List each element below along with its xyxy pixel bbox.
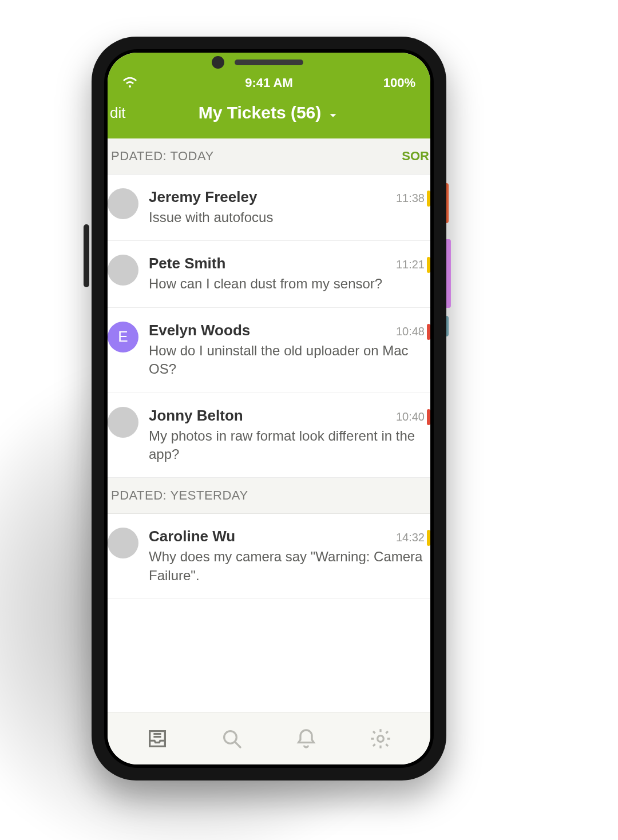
ticket-body: Evelyn Woods10:48How do I uninstall the …: [149, 322, 425, 379]
wifi-icon: [122, 77, 137, 89]
tab-notifications[interactable]: [295, 727, 318, 750]
tab-bar: [108, 712, 430, 764]
phone-frame: 9:41 AM 100% dit My Tickets (56): [92, 37, 446, 780]
section-label: PDATED: TODAY: [111, 149, 214, 164]
status-indicator: [427, 191, 430, 207]
ticket-time: 10:40: [396, 410, 425, 423]
tab-search[interactable]: [220, 727, 243, 750]
ticket-time: 10:48: [396, 325, 425, 338]
avatar: [108, 255, 138, 286]
ticket-subject: Issue with autofocus: [149, 208, 425, 227]
status-bar: 9:41 AM 100%: [108, 73, 430, 92]
avatar: [108, 407, 138, 438]
svg-line-1: [236, 742, 240, 747]
ticket-row[interactable]: EEvelyn Woods10:48How do I uninstall the…: [108, 308, 430, 393]
status-indicator: [427, 257, 430, 273]
sort-button[interactable]: SOR: [402, 149, 430, 164]
status-indicator: [427, 530, 430, 546]
phone-side-button-left: [84, 224, 89, 287]
ticket-subject: How can I clean dust from my sensor?: [149, 275, 425, 293]
avatar: [108, 528, 138, 558]
ticket-body: Jeremy Freeley11:38Issue with autofocus: [149, 188, 425, 227]
avatar: [108, 188, 138, 219]
ticket-body: Jonny Belton10:40My photos in raw format…: [149, 407, 425, 464]
status-indicator: [427, 324, 430, 340]
ticket-time: 11:21: [396, 258, 425, 271]
ticket-row[interactable]: Pete Smith11:21How can I clean dust from…: [108, 241, 430, 307]
phone-camera-dot: [212, 56, 224, 69]
svg-point-0: [224, 731, 237, 743]
ticket-body: Caroline Wu14:32Why does my camera say "…: [149, 528, 425, 585]
ticket-name: Caroline Wu: [149, 528, 235, 545]
ticket-subject: My photos in raw format look different i…: [149, 427, 425, 464]
ticket-name: Jeremy Freeley: [149, 188, 257, 206]
view-switcher[interactable]: My Tickets (56): [199, 103, 340, 122]
ticket-subject: Why does my camera say "Warning: Camera …: [149, 548, 425, 585]
avatar: E: [108, 322, 138, 352]
ticket-body: Pete Smith11:21How can I clean dust from…: [149, 255, 425, 293]
ticket-row[interactable]: Caroline Wu14:32Why does my camera say "…: [108, 514, 430, 599]
ticket-list[interactable]: Jeremy Freeley11:38Issue with autofocusP…: [108, 175, 430, 712]
section-header-yesterday: PDATED: YESTERDAY: [108, 478, 430, 514]
status-indicator: [427, 409, 430, 425]
page-title: My Tickets (56): [199, 103, 322, 122]
svg-point-2: [378, 735, 384, 742]
tab-settings[interactable]: [369, 727, 392, 750]
ticket-time: 14:32: [396, 531, 425, 544]
status-battery: 100%: [383, 76, 415, 90]
screen: 9:41 AM 100% dit My Tickets (56): [108, 53, 430, 764]
section-header-today: PDATED: TODAY SOR: [108, 138, 430, 175]
ticket-row[interactable]: Jeremy Freeley11:38Issue with autofocus: [108, 175, 430, 241]
chevron-down-icon: [327, 106, 339, 119]
tab-inbox[interactable]: [146, 727, 169, 750]
edit-button[interactable]: dit: [108, 104, 125, 122]
status-time: 9:41 AM: [174, 76, 364, 90]
ticket-time: 11:38: [396, 192, 425, 205]
ticket-name: Evelyn Woods: [149, 322, 250, 339]
section-label: PDATED: YESTERDAY: [111, 488, 248, 503]
ticket-row[interactable]: Jonny Belton10:40My photos in raw format…: [108, 393, 430, 478]
ticket-name: Pete Smith: [149, 255, 225, 272]
app-header: 9:41 AM 100% dit My Tickets (56): [108, 53, 430, 138]
ticket-name: Jonny Belton: [149, 407, 243, 425]
nav-bar: dit My Tickets (56): [108, 92, 430, 138]
ticket-subject: How do I uninstall the old uploader on M…: [149, 342, 425, 379]
phone-earpiece: [235, 60, 303, 65]
